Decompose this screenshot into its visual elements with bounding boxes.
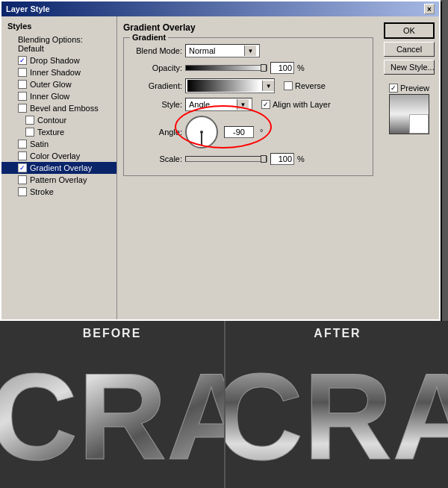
sidebar-item-drop-shadow[interactable]: Drop Shadow [1,54,116,66]
scale-slider-thumb[interactable] [261,155,267,163]
comparison-area: BEFORE CRA AFTER [0,321,448,488]
texture-checkbox[interactable] [25,128,34,137]
sidebar-item-contour[interactable]: Contour [1,114,116,126]
gradient-label: Gradient: [130,81,182,90]
dial-needle [201,132,202,146]
inner-shadow-label: Inner Shadow [30,68,81,77]
gradient-picker[interactable]: ▼ [185,78,275,93]
after-image: CRA [225,343,448,488]
preview-label: Preview [400,84,429,93]
dial-center [200,131,203,134]
outer-glow-label: Outer Glow [30,80,72,89]
sidebar-item-pattern-overlay[interactable]: Pattern Overlay [1,174,116,186]
sidebar-item-texture[interactable]: Texture [1,126,116,138]
svg-text:CRA: CRA [225,348,448,478]
layer-style-dialog: Layer Style × Styles Blending Options: D… [0,0,441,321]
blend-mode-arrow[interactable]: ▼ [244,46,256,56]
drop-shadow-label: Drop Shadow [30,56,80,65]
after-svg: CRA [225,343,448,478]
preview-swatch [389,94,429,134]
opacity-slider-track[interactable] [185,65,267,71]
gradient-row: Gradient: ▼ Reverse [130,78,367,93]
blending-options-label: Blending Options: Default [18,35,111,53]
blend-mode-value: Normal [189,46,215,55]
scale-slider-track[interactable] [185,156,267,162]
opacity-row: Opacity: 100 % [130,62,367,74]
sidebar-item-outer-glow[interactable]: Outer Glow [1,78,116,90]
close-button[interactable]: × [424,4,435,14]
angle-value[interactable]: -90 [224,126,254,138]
gradient-section: Gradient Blend Mode: Normal ▼ Opacity: [123,37,373,176]
blend-mode-label: Blend Mode: [130,46,182,55]
stroke-label: Stroke [30,187,54,196]
preview-area: Preview [384,84,435,134]
blend-mode-dropdown[interactable]: Normal ▼ [185,44,260,57]
angle-row: Angle: -90 ° [130,116,367,148]
bevel-emboss-label: Bevel and Emboss [30,104,99,113]
before-panel: BEFORE CRA [0,321,225,488]
align-checkbox[interactable] [261,100,270,109]
sidebar-item-bevel-emboss[interactable]: Bevel and Emboss [1,102,116,114]
opacity-unit: % [297,63,305,72]
pattern-overlay-label: Pattern Overlay [30,175,87,184]
contour-label: Contour [37,116,66,125]
scale-label: Scale: [130,154,182,163]
after-panel: AFTER CRA [225,321,448,488]
contour-checkbox[interactable] [25,116,34,125]
scale-slider-container: 100 % [185,153,305,165]
scale-value[interactable]: 100 [270,153,294,165]
align-container: Align with Layer [261,100,331,109]
angle-dial[interactable] [185,116,218,148]
preview-inner [409,114,429,134]
style-arrow[interactable]: ▼ [237,99,249,110]
sidebar-item-satin[interactable]: Satin [1,138,116,150]
title-bar: Layer Style × [1,1,439,16]
opacity-slider-container: 100 % [185,62,305,74]
style-label: Style: [130,100,182,109]
pattern-overlay-checkbox[interactable] [18,175,27,184]
section-label: Gradient [130,33,168,42]
drop-shadow-checkbox[interactable] [18,56,27,65]
sidebar-item-color-overlay[interactable]: Color Overlay [1,150,116,162]
color-overlay-checkbox[interactable] [18,151,27,160]
satin-checkbox[interactable] [18,140,27,148]
main-panel: Gradient Overlay Gradient Blend Mode: No… [117,16,379,319]
sidebar-item-stroke[interactable]: Stroke [1,186,116,198]
gradient-overlay-checkbox[interactable] [18,163,27,172]
outer-glow-checkbox[interactable] [18,80,27,89]
satin-label: Satin [30,140,49,148]
before-title: BEFORE [0,321,224,343]
gradient-swatch [187,80,261,92]
stroke-checkbox[interactable] [18,187,27,196]
sidebar-item-gradient-overlay[interactable]: Gradient Overlay [1,162,116,174]
sidebar-item-inner-shadow[interactable]: Inner Shadow [1,66,116,78]
preview-checkbox[interactable] [389,84,398,93]
color-overlay-label: Color Overlay [30,151,80,160]
gradient-arrow[interactable]: ▼ [262,81,274,91]
before-svg: CRA [0,343,224,478]
right-buttons: OK Cancel New Style... Preview [379,16,439,319]
blending-options-item[interactable]: Blending Options: Default [1,34,116,54]
styles-title: Styles [1,20,116,34]
inner-shadow-checkbox[interactable] [18,68,27,77]
style-value: Angle [189,100,210,109]
dialog-body: Styles Blending Options: Default Drop Sh… [1,16,439,319]
bevel-emboss-checkbox[interactable] [18,104,27,113]
align-label: Align with Layer [273,100,331,109]
style-dropdown[interactable]: Angle ▼ [185,98,252,111]
opacity-value[interactable]: 100 [270,62,294,74]
scale-unit: % [297,154,305,163]
preview-checkbox-container[interactable]: Preview [389,84,429,93]
cancel-button[interactable]: Cancel [384,42,435,57]
reverse-container: Reverse [284,81,326,90]
new-style-button[interactable]: New Style... [384,60,435,75]
inner-glow-checkbox[interactable] [18,92,27,101]
opacity-label: Opacity: [130,63,182,72]
ok-button[interactable]: OK [384,22,435,39]
after-title: AFTER [225,321,448,343]
reverse-checkbox[interactable] [284,81,293,90]
angle-label: Angle: [130,128,182,137]
opacity-slider-thumb[interactable] [261,64,267,72]
sidebar-item-inner-glow[interactable]: Inner Glow [1,90,116,102]
angle-controls: -90 ° [185,116,263,148]
